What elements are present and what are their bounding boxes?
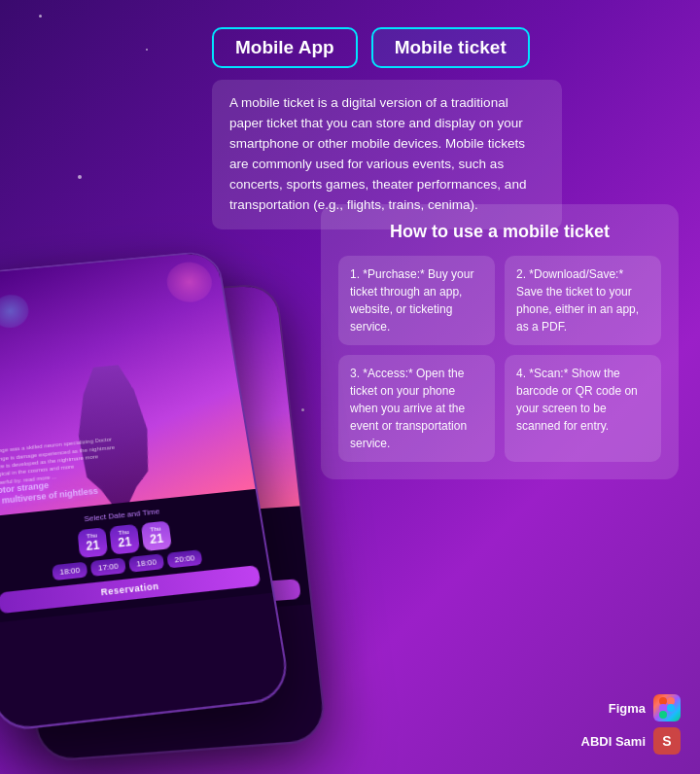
step-4: 4. *Scan:* Show the barcode or QR code o… (505, 355, 661, 462)
date-btn-front-3[interactable]: Thu21 (141, 521, 172, 552)
time-btn-2000-front[interactable]: 20:00 (166, 549, 202, 568)
figma-label: Figma (609, 701, 646, 716)
svg-rect-1 (667, 697, 675, 705)
svg-rect-0 (659, 697, 667, 705)
tab-mobile-ticket[interactable]: Mobile ticket (371, 27, 530, 68)
steps-grid: 1. *Purchase:* Buy your ticket through a… (338, 256, 661, 462)
date-btn-front-2[interactable]: Thu21 (109, 524, 140, 555)
author-label: ABDI Sami (581, 734, 646, 749)
howto-title: How to use a mobile ticket (338, 222, 661, 242)
step-2: 2. *Download/Save:* Save the ticket to y… (505, 256, 661, 345)
credits-section: Figma ABDI Sami S (581, 694, 681, 755)
phones-container: Do In mustrange was anerve damagestrange… (0, 214, 379, 720)
description-text: A mobile ticket is a digital version of … (229, 93, 544, 216)
time-btn-1700-front[interactable]: 17:00 (90, 558, 126, 577)
author-icon: S (653, 727, 681, 755)
time-btn-1800b-front[interactable]: 18:00 (128, 553, 164, 572)
date-btn-front-1[interactable]: Thu21 (78, 527, 109, 558)
svg-rect-2 (659, 704, 667, 712)
author-credit: ABDI Sami S (581, 727, 681, 755)
figma-icon (653, 694, 681, 721)
figma-credit: Figma (609, 694, 681, 721)
svg-point-3 (667, 704, 675, 712)
header-tabs: Mobile App Mobile ticket (212, 27, 530, 68)
svg-rect-4 (659, 711, 667, 719)
time-btn-1800-front[interactable]: 18:00 (52, 562, 88, 581)
tab-mobile-app[interactable]: Mobile App (212, 27, 358, 68)
